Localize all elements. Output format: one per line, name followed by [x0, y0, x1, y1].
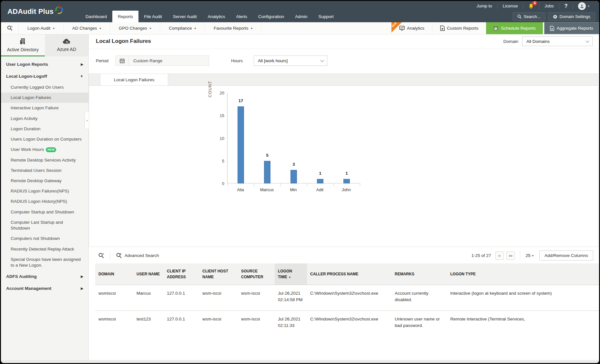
aggregate-reports-button[interactable]: Aggregate Reports: [544, 22, 599, 34]
sidebar-group-user-logon-reports[interactable]: User Logon Reports▶: [1, 58, 88, 70]
table-cell: wsm-iscsi: [238, 310, 275, 336]
y-tick-label: 10: [215, 136, 224, 141]
jump-to-link[interactable]: Jump to: [472, 3, 497, 9]
nav-item-alerts[interactable]: Alerts: [230, 11, 253, 22]
domain-select[interactable]: All Domains: [522, 36, 593, 46]
x-axis-tick: [228, 183, 228, 186]
sidebar-item-computers-not-shutdown[interactable]: Computers not Shutdown: [1, 233, 88, 244]
column-header-client-ip-address[interactable]: CLIENT IP ADDRESS: [164, 263, 199, 285]
bar-marcus[interactable]: [264, 161, 270, 183]
license-link[interactable]: License: [497, 3, 523, 9]
sidebar-item-computer-startup-and-shutdown[interactable]: Computer Startup and Shutdown: [1, 207, 88, 217]
sidebar-item-label: RADIUS Logon Failures(NPS): [11, 189, 69, 193]
tab-azure-ad[interactable]: Azure AD: [45, 34, 89, 56]
sidebar-item-radius-logon-failures-nps[interactable]: RADIUS Logon Failures(NPS): [1, 186, 88, 196]
column-search-button[interactable]: [95, 253, 107, 259]
nav-item-support[interactable]: Support: [313, 11, 339, 22]
column-header-domain[interactable]: DOMAIN: [95, 263, 133, 285]
main-header: Local Logon Failures Domain All Domains: [89, 34, 599, 49]
sidebar-item-radius-logon-history-nps[interactable]: RADIUS Logon History(NPS): [1, 196, 88, 207]
help-button[interactable]: ?: [559, 3, 573, 9]
sidebar-item-interactive-logon-failure[interactable]: Interactive Logon Failure: [1, 103, 88, 113]
table-cell: wsm-iscsi: [199, 310, 238, 336]
analytics-button[interactable]: NEW Analytics: [391, 22, 432, 34]
app-logo[interactable]: ADAudit Plus: [1, 1, 80, 22]
period-value: Custom Range: [129, 58, 162, 63]
nav-item-reports[interactable]: Reports: [112, 11, 138, 22]
custom-reports-button[interactable]: Custom Reports: [432, 22, 486, 34]
column-header-source-computer[interactable]: SOURCE COMPUTER: [238, 263, 275, 285]
bar-value-label: 1: [307, 171, 333, 176]
tab-local-logon-failures[interactable]: Local Logon Failures: [100, 74, 168, 85]
nav-item-configuration[interactable]: Configuration: [253, 11, 290, 22]
hours-select[interactable]: All [work hours]: [254, 55, 327, 66]
sort-desc-icon: ▼: [289, 276, 291, 279]
sidebar-collapse-handle[interactable]: ◂: [85, 111, 89, 129]
sidebar-item-currently-logged-on-users[interactable]: Currently Logged On Users: [1, 82, 88, 93]
nav-item-dashboard[interactable]: Dashboard: [80, 11, 112, 22]
sidebar-item-logon-duration[interactable]: Logon Duration: [1, 124, 88, 134]
topbar-utility-row: Jump to License 4 Jobs ?: [80, 1, 599, 11]
period-picker[interactable]: Custom Range: [116, 55, 209, 66]
sidebar-item-local-logon-failures[interactable]: Local Logon Failures: [1, 93, 88, 103]
column-header-user-name[interactable]: USER NAME: [133, 263, 164, 285]
schedule-reports-button[interactable]: Schedule Reports: [486, 22, 543, 34]
sidebar: Active Directory Azure AD User Logon Rep…: [1, 34, 89, 364]
menu-logon-audit[interactable]: Logon Audit▾: [19, 22, 64, 34]
sidebar-item-terminated-users-session[interactable]: Terminated Users Session: [1, 165, 88, 176]
report-search-button[interactable]: [1, 22, 19, 34]
sidebar-group-local-logon-logoff[interactable]: Local Logon-Logoff▼: [1, 70, 88, 82]
notifications-button[interactable]: 4: [523, 3, 539, 9]
sidebar-item-user-work-hours[interactable]: User Work HoursNEW: [1, 144, 88, 155]
sidebar-group-account-management[interactable]: Account Management▶: [1, 282, 88, 294]
sidebar-item-recently-detected-replay-attack[interactable]: Recently Detected Replay Attack: [1, 244, 88, 254]
page-size-select[interactable]: 25 ▾: [525, 253, 534, 258]
bar-min[interactable]: [290, 170, 297, 183]
topbar-main: Jump to License 4 Jobs ?: [80, 1, 599, 22]
nav-item-admin[interactable]: Admin: [290, 11, 313, 22]
table-row[interactable]: wsmiscsiMarcus127.0.0.1wsm-iscsiwsm-iscs…: [95, 285, 599, 311]
column-header-client-host-name[interactable]: CLIENT HOST NAME: [199, 263, 238, 285]
domain-label: Domain: [503, 39, 518, 44]
sidebar-item-logon-activity[interactable]: Logon Activity: [1, 113, 88, 124]
bar-alia[interactable]: [238, 106, 244, 183]
table-cell: Jul 26,2021 02:11:33: [275, 310, 307, 336]
sidebar-item-users-logon-duration-on-computers[interactable]: Users Logon Duration on Computers: [1, 134, 88, 144]
menu-compliance[interactable]: Compliance▾: [160, 22, 205, 34]
chevron-down-icon: ▾: [588, 5, 589, 8]
sidebar-item-remote-desktop-gateway[interactable]: Remote Desktop Gateway: [1, 176, 88, 186]
sidebar-item-remote-desktop-services-activity[interactable]: Remote Desktop Services Activity: [1, 155, 88, 165]
advanced-search-button[interactable]: Advanced Search: [113, 253, 162, 259]
column-header-logon-type[interactable]: LOGON TYPE: [447, 263, 599, 285]
domain-settings-button[interactable]: Domain Settings: [548, 12, 595, 21]
add-remove-columns-button[interactable]: Add/Remove Columns: [539, 251, 593, 261]
tab-active-directory[interactable]: Active Directory: [1, 34, 45, 56]
main-panel: Local Logon Failures Domain All Domains …: [89, 34, 599, 364]
menu-gpo-changes[interactable]: GPO Changes▾: [110, 22, 160, 34]
sidebar-item-computer-last-startup-and-shutdown[interactable]: Computer Last Startup and Shutdown: [1, 217, 88, 233]
column-header-remarks[interactable]: REMARKS: [392, 263, 447, 285]
column-header-caller-process-name[interactable]: CALLER PROCESS NAME: [307, 263, 392, 285]
horizontal-scrollbar[interactable]: [1, 360, 599, 363]
next-page-button[interactable]: ▶: [495, 251, 504, 260]
global-search-button[interactable]: Search...: [513, 12, 545, 21]
nav-item-file-audit[interactable]: File Audit: [138, 11, 168, 22]
column-header-logon-time[interactable]: LOGON TIME▼: [275, 263, 307, 285]
table-row[interactable]: wsmiscsitest123127.0.0.1wsm-iscsiwsm-isc…: [95, 310, 599, 336]
x-tick-label: Marcus: [254, 187, 280, 192]
sidebar-group-adfs-auditing[interactable]: ADFS Auditing▶: [1, 271, 88, 282]
account-menu[interactable]: ▾: [573, 3, 595, 9]
menu-favourite-reports[interactable]: Favourite Reports▾: [205, 22, 261, 34]
nav-item-server-audit[interactable]: Server Audit: [168, 11, 202, 22]
menu-ad-changes[interactable]: AD Changes▾: [64, 22, 110, 34]
report-toolbar: Logon Audit▾AD Changes▾GPO Changes▾Compl…: [1, 22, 599, 34]
bar-adit[interactable]: [317, 179, 323, 183]
user-icon: [580, 4, 584, 8]
menu-label: Favourite Reports: [214, 26, 248, 31]
nav-item-analytics[interactable]: Analytics: [202, 11, 230, 22]
last-page-button[interactable]: ▶▶: [506, 251, 515, 260]
sidebar-item-special-groups-have-been-assigned-to-a-new-logon[interactable]: Special Groups have been assigned to a N…: [1, 254, 88, 271]
sidebar-item-label: Computer Startup and Shutdown: [11, 210, 74, 214]
bar-john[interactable]: [343, 179, 350, 183]
jobs-link[interactable]: Jobs: [539, 3, 559, 9]
